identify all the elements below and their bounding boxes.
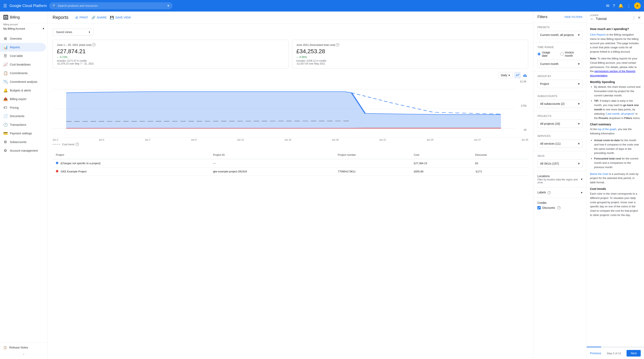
- tutorial-last-month-link[interactable]: "Last month, all projects": [606, 112, 635, 115]
- sidebar-item-documents[interactable]: 📄 Documents: [0, 112, 46, 120]
- tutorial-permissions-link[interactable]: permissions section of the Reports docum…: [590, 70, 636, 77]
- billing-account-dropdown-arrow: ▾: [43, 27, 44, 30]
- sidebar-item-commitments[interactable]: 📋 Commitments: [0, 69, 46, 78]
- billing-account-select[interactable]: My Billing Account ▾: [3, 26, 44, 31]
- col-project[interactable]: Project: [52, 151, 210, 159]
- sidebar-item-payment-settings[interactable]: 💳 Payment settings: [0, 129, 46, 138]
- sidebar-collapse-btn[interactable]: ‹: [3, 351, 44, 357]
- sidebar-item-reports[interactable]: 📊 Reports: [0, 43, 46, 52]
- sidebar-item-subaccounts[interactable]: ⚙ Subaccounts: [0, 138, 46, 146]
- sidebar-item-pricing[interactable]: 🏷 Pricing: [0, 103, 46, 112]
- discounts-checkbox[interactable]: [538, 206, 541, 209]
- usage-date-radio[interactable]: Usage date: [538, 51, 556, 57]
- tutorial-note: Note: To view the billing reports for yo…: [590, 57, 641, 78]
- sidebar-item-account-management[interactable]: ⚙ Account management: [0, 146, 46, 155]
- tutorial-back-button[interactable]: ←: [590, 17, 594, 21]
- tutorial-below-chart-link[interactable]: Below the chart: [590, 172, 608, 175]
- x-axis: Jun 3 Jun 5 Jun 7 Jun 9 Jun 12 Jun 15 Ju…: [52, 138, 528, 141]
- discounts-help-icon[interactable]: ?: [557, 206, 560, 209]
- labels-label: Labels ?: [538, 191, 551, 194]
- subaccounts-dropdown[interactable]: All subaccounts (2) ▾: [538, 100, 582, 108]
- col-cost[interactable]: Cost: [410, 151, 472, 159]
- row1-cost: £27,384.15: [410, 159, 472, 167]
- col-discounts[interactable]: Discounts: [472, 151, 528, 159]
- search-bar: 🔍 ▾: [49, 2, 172, 9]
- sidebar-item-budgets-alerts[interactable]: 🔔 Budgets & alerts: [0, 86, 46, 95]
- release-notes-item[interactable]: 📋 Release Notes: [3, 344, 44, 351]
- presets-dropdown[interactable]: Current month, all projects ▾: [538, 31, 582, 39]
- sidebar-item-cost-breakdown[interactable]: 📈 Cost breakdown: [0, 60, 46, 69]
- bar-chart-icon[interactable]: [522, 72, 528, 79]
- col-project-id[interactable]: Project ID: [210, 151, 334, 159]
- col-project-number[interactable]: Project number: [334, 151, 410, 159]
- discounts-checkbox-label[interactable]: Discounts ?: [538, 206, 582, 209]
- sidebar-item-cost-table[interactable]: ☰ Cost table: [0, 52, 46, 60]
- current-month-arrow: ▾: [578, 62, 580, 66]
- tutorial-monthly-list: By default, the chart shows current and …: [590, 85, 641, 120]
- tutorial-prev-button[interactable]: Previous: [590, 351, 601, 355]
- tutorial-title: Tutorial: [596, 17, 606, 21]
- labels-section[interactable]: Labels ? ▾: [533, 187, 586, 198]
- search-dropdown-arrow[interactable]: ▾: [167, 4, 169, 8]
- time-range-label: Time range: [538, 46, 582, 49]
- subaccounts-icon: ⚙: [3, 140, 8, 144]
- summary-card-forecast-amount: £34,253.28: [296, 48, 524, 55]
- sidebar-item-overview[interactable]: ⊞ Overview: [0, 34, 46, 43]
- presets-section: Presets Current month, all projects ▾: [533, 23, 586, 43]
- tutorial-below-chart-text: Below the chart is a summary of costs by…: [590, 172, 641, 185]
- tutorial-panel: LEARN ← Tutorial ⋮ ✕ How much am I spend…: [586, 12, 644, 359]
- sidebar-item-label-documents: Documents: [10, 115, 24, 118]
- down-arrow-icon-2: ↓: [296, 56, 298, 59]
- tutorial-next-button[interactable]: Next: [626, 350, 641, 356]
- search-icon: 🔍: [52, 4, 56, 8]
- reports-header: Reports 🖨 PRINT 🔗 SHARE 💾 SAVE VIEW: [48, 12, 533, 24]
- tutorial-top-graph-link[interactable]: top of the graph: [598, 128, 616, 131]
- avatar[interactable]: A: [634, 3, 641, 9]
- projects-dropdown[interactable]: All projects (16) ▾: [538, 120, 582, 128]
- more-icon[interactable]: ⋮: [627, 3, 631, 8]
- summary-card-forecast-help-icon[interactable]: ?: [336, 43, 339, 47]
- save-view-button[interactable]: 💾 SAVE VIEW: [110, 16, 131, 20]
- notifications-icon[interactable]: 🔔: [618, 3, 624, 8]
- group-by-dropdown[interactable]: Project ▾: [538, 80, 582, 88]
- sidebar-item-label-reports: Reports: [10, 46, 20, 49]
- labels-help-icon[interactable]: ?: [548, 191, 551, 194]
- summary-card-actual-help-icon[interactable]: ?: [92, 43, 96, 47]
- search-input[interactable]: [58, 4, 166, 8]
- sidebar-item-label-account-management: Account management: [10, 149, 38, 152]
- locations-sub: Filter by location data like region and …: [538, 178, 581, 184]
- line-chart-icon[interactable]: [514, 72, 521, 79]
- commitments-icon: 📋: [3, 71, 8, 75]
- chart-view-icons: [514, 72, 528, 79]
- cost-trend-help-icon[interactable]: ?: [76, 143, 79, 146]
- tutorial-close-button[interactable]: ✕: [638, 16, 641, 20]
- hamburger-icon[interactable]: ☰: [3, 3, 7, 8]
- print-icon: 🖨: [75, 16, 78, 19]
- help-icon[interactable]: ?: [613, 4, 615, 8]
- group-by-value: Project: [540, 82, 549, 86]
- row1-project: [Charges not specific to a project]: [52, 159, 210, 167]
- sidebar-item-billing-export[interactable]: 📤 Billing export: [0, 95, 46, 103]
- sidebar: Billing Billing account My Billing Accou…: [0, 12, 48, 359]
- nav-items: ⊞ Overview 📊 Reports ☰ Cost table 📈 Cost…: [0, 33, 48, 342]
- skus-dropdown[interactable]: All SKUs (157) ▾: [538, 159, 582, 168]
- sidebar-item-transactions[interactable]: 🕐 Transactions: [0, 120, 46, 129]
- tutorial-reports-link[interactable]: Click Reports: [590, 33, 606, 36]
- summary-card-forecast-note1: includes -£206.12 in credits: [296, 59, 524, 62]
- current-month-dropdown[interactable]: Current month ▾: [538, 60, 582, 68]
- tutorial-more-button[interactable]: ⋮: [632, 15, 636, 20]
- services-dropdown[interactable]: All services (11) ▾: [538, 140, 582, 148]
- tutorial-cost-trends-title: Cost trends: [590, 187, 641, 190]
- top-navigation: ☰ Google Cloud Platform 🔍 ▾ ✉ ? 🔔 ⋮ A: [0, 0, 644, 12]
- services-label: Services: [538, 135, 582, 138]
- hide-filters-button[interactable]: HIDE FILTERS: [564, 16, 582, 19]
- invoice-month-radio[interactable]: Invoice month: [560, 51, 582, 57]
- time-filter-dropdown[interactable]: Daily ▾: [498, 72, 512, 78]
- mail-icon[interactable]: ✉: [606, 3, 610, 8]
- locations-section[interactable]: Locations Filter by location data like r…: [533, 171, 586, 187]
- sidebar-item-commitment-analysis[interactable]: 📉 Commitment analysis: [0, 78, 46, 86]
- share-button[interactable]: 🔗 SHARE: [92, 16, 106, 20]
- sidebar-item-label-transactions: Transactions: [10, 123, 26, 126]
- saved-views-dropdown[interactable]: Saved views ▾: [52, 29, 94, 36]
- print-button[interactable]: 🖨 PRINT: [75, 16, 88, 19]
